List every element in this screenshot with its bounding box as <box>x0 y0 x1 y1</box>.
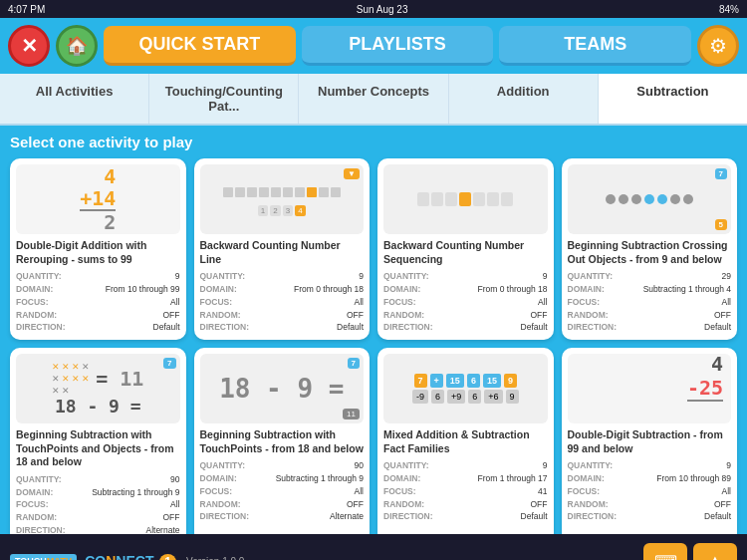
battery-display: 84% <box>719 4 739 15</box>
card1-title: Double-Digit Addition with Rerouping - s… <box>16 239 180 266</box>
bottom-bar: TOUCHMATH CONNECT 1 Version 1.0.0 ⌨ ▲ <box>0 534 747 560</box>
card4-details: QUANTITY:29 DOMAIN:Subtracting 1 through… <box>568 270 732 334</box>
card5-title: Beginning Subtraction with TouchPoints a… <box>16 428 180 469</box>
card-subtraction-touchpoints[interactable]: 18 - 9 = 7 11 Beginning Subtraction with… <box>194 348 371 534</box>
card-mixed-addition-subtraction[interactable]: 7 + 15 6 15 9 -9 6 +9 6 +6 9 Mixed Addit… <box>377 348 554 534</box>
tab-number-concepts[interactable]: Number Concepts <box>299 74 448 124</box>
card-backward-counting-line[interactable]: 1 2 3 4 ▼ Backward Counting Number Line … <box>194 158 371 340</box>
close-icon: ✕ <box>21 34 38 58</box>
card-backward-counting-sequencing[interactable]: Backward Counting Number Sequencing QUAN… <box>377 158 554 340</box>
section-title: Select one activity to play <box>10 134 737 150</box>
card7-title: Mixed Addition & Subtraction Fact Famili… <box>383 428 548 455</box>
nav-tabs: All Activities Touching/Counting Pat... … <box>0 74 747 126</box>
tab-subtraction[interactable]: Subtraction <box>599 74 747 124</box>
card6-title: Beginning Subtraction with TouchPoints -… <box>200 428 365 455</box>
bottom-controls: ⌨ ▲ <box>643 543 737 560</box>
card-subtraction-touchpoints-objects[interactable]: ✕ ✕ ✕ ✕ ✕ ✕ ✕ ✕ ✕ ✕ = 11 18 - 9 = 7 <box>10 348 186 534</box>
content-area: Select one activity to play 4 +14 2 Doub… <box>0 126 747 534</box>
keyboard-button[interactable]: ⌨ <box>643 543 687 560</box>
card8-details: QUANTITY:9 DOMAIN:From 10 through 89 FOC… <box>568 459 732 523</box>
card3-image <box>383 164 548 234</box>
version-label: Version 1.0.0 <box>186 556 244 561</box>
tab-touching-counting[interactable]: Touching/Counting Pat... <box>149 74 299 124</box>
card4-title: Beginning Subtraction Crossing Out Objec… <box>568 239 732 266</box>
card4-image: 7 5 <box>568 164 732 234</box>
time-display: 4:07 PM <box>8 4 45 15</box>
card1-details: QUANTITY:9 DOMAIN:From 10 through 99 FOC… <box>16 270 180 334</box>
home-button[interactable]: 🏠 <box>56 25 98 67</box>
card2-details: QUANTITY:9 DOMAIN:From 0 through 18 FOCU… <box>200 270 365 334</box>
card1-image: 4 +14 2 <box>16 164 180 234</box>
card-double-digit-addition[interactable]: 4 +14 2 Double-Digit Addition with Rerou… <box>10 158 186 340</box>
arrow-up-icon: ▲ <box>706 551 724 561</box>
app-logo: TOUCHMATH CONNECT 1 Version 1.0.0 <box>10 553 244 560</box>
gear-icon: ⚙ <box>709 34 727 58</box>
top-bar: ✕ 🏠 QUICK START PLAYLISTS TEAMS ⚙ <box>0 18 747 74</box>
card2-image: 1 2 3 4 ▼ <box>200 164 365 234</box>
card7-image: 7 + 15 6 15 9 -9 6 +9 6 +6 9 <box>383 354 548 423</box>
card5-details: QUANTITY:90 DOMAIN:Subtracting 1 through… <box>16 473 180 534</box>
card3-details: QUANTITY:9 DOMAIN:From 0 through 18 FOCU… <box>383 270 548 334</box>
card2-title: Backward Counting Number Line <box>200 239 365 266</box>
keyboard-icon: ⌨ <box>654 552 677 561</box>
home-icon: 🏠 <box>66 35 88 57</box>
card6-details: QUANTITY:90 DOMAIN:Subtracting 1 through… <box>200 459 365 523</box>
status-bar: 4:07 PM Sun Aug 23 84% <box>0 0 747 18</box>
quick-start-button[interactable]: QUICK START <box>104 26 296 66</box>
card7-details: QUANTITY:9 DOMAIN:From 1 through 17 FOCU… <box>383 459 548 523</box>
card8-title: Double-Digit Subtraction - from 99 and b… <box>568 428 732 455</box>
gear-button[interactable]: ⚙ <box>697 25 739 67</box>
arrow-up-button[interactable]: ▲ <box>693 543 737 560</box>
card3-title: Backward Counting Number Sequencing <box>383 239 548 266</box>
tab-addition[interactable]: Addition <box>449 74 599 124</box>
close-button[interactable]: ✕ <box>8 25 50 67</box>
card8-image: 4 -25 <box>568 354 732 423</box>
playlists-button[interactable]: PLAYLISTS <box>302 26 494 66</box>
top-bar-controls: ✕ 🏠 <box>8 25 98 67</box>
card5-image: ✕ ✕ ✕ ✕ ✕ ✕ ✕ ✕ ✕ ✕ = 11 18 - 9 = 7 <box>16 354 180 423</box>
card6-image: 18 - 9 = 7 11 <box>200 354 365 423</box>
date-display: Sun Aug 23 <box>357 4 408 15</box>
teams-button[interactable]: TEAMS <box>499 26 691 66</box>
card-double-digit-subtraction[interactable]: 4 -25 Double-Digit Subtraction - from 99… <box>562 348 738 534</box>
card-subtraction-crossing-out[interactable]: 7 5 Beginning Subtraction Crossing Out O… <box>562 158 738 340</box>
tab-all-activities[interactable]: All Activities <box>0 74 149 124</box>
cards-grid: 4 +14 2 Double-Digit Addition with Rerou… <box>10 158 737 534</box>
